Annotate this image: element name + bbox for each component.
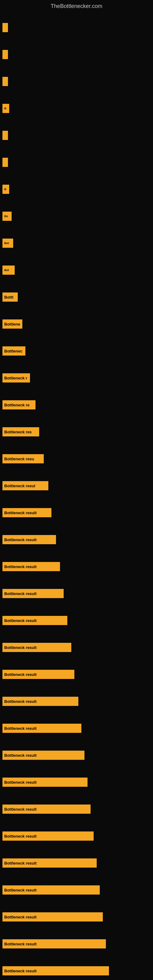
bar-label: Bottlene [2,320,22,329]
bars-container: BBBoBotBotBottlBottleneBottlenecBottlene… [0,11,153,980]
bar-row [0,41,153,68]
bar-row: B [0,176,153,203]
bar-label: B [2,185,9,194]
bar-label: Bottl [2,293,18,302]
bar-label: Bottleneck result [2,589,64,598]
bar-row: Bottleneck result [0,553,153,580]
bar-label: Bot [2,266,15,275]
bar-label: Bottleneck result [2,832,94,841]
bar-label: Bottleneck result [2,858,97,868]
bar-label: Bottleneck result [2,805,91,814]
bar-row: Bot [0,230,153,257]
bar-label: Bottleneck re [2,400,35,409]
bar-label: Bottleneck result [2,535,56,544]
bar-label: Bottleneck resul [2,481,48,490]
bar-row: B [0,95,153,122]
bar-label [2,131,8,140]
bar-label: B [2,104,9,113]
bar-row: Bottleneck result [0,877,153,904]
bar-label [2,23,8,32]
bar-row: Bottlenec [0,337,153,364]
bar-label: Bottlenec [2,346,26,356]
bar-label: Bottleneck result [2,912,103,921]
bar-row: Bottleneck r [0,364,153,391]
bar-row: Bottleneck res [0,418,153,445]
bar-label: Bottleneck result [2,885,100,894]
bar-label: Bottleneck result [2,724,81,733]
bar-row: Bottleneck result [0,607,153,634]
bar-row: Bottleneck result [0,499,153,526]
bar-label: Bottleneck result [2,643,71,652]
bar-row: Bottl [0,283,153,310]
bar-label: Bottleneck result [2,966,109,975]
bar-row: Bottlene [0,310,153,337]
bar-label: Bottleneck result [2,751,84,760]
bar-row: Bottleneck result [0,526,153,553]
bar-label: Bo [2,212,12,221]
bar-row: Bottleneck resul [0,472,153,499]
bar-row [0,14,153,41]
bar-label: Bottleneck result [2,508,51,517]
bar-row: Bottleneck result [0,769,153,795]
bar-row: Bottleneck result [0,850,153,877]
bar-label [2,77,8,86]
bar-row [0,68,153,95]
bar-row: Bottleneck result [0,957,153,980]
bar-row: Bottleneck result [0,634,153,661]
bar-row: Bottleneck result [0,742,153,769]
bar-row: Bottleneck result [0,904,153,931]
bar-row: Bot [0,257,153,283]
bar-row [0,122,153,149]
bar-label [2,158,8,167]
bar-row: Bottleneck resu [0,445,153,472]
bar-row: Bottleneck result [0,931,153,957]
bar-row: Bottleneck result [0,580,153,607]
bar-label: Bot [2,239,13,248]
bar-label: Bottleneck resu [2,454,44,463]
bar-label: Bottleneck result [2,670,74,679]
bar-row: Bottleneck re [0,391,153,418]
bar-row: Bo [0,203,153,230]
bar-row: Bottleneck result [0,822,153,850]
site-title: TheBottlenecker.com [0,0,153,11]
bar-label: Bottleneck result [2,697,78,706]
bar-label: Bottleneck res [2,427,39,436]
bar-label: Bottleneck result [2,616,67,625]
bar-row [0,149,153,176]
bar-label: Bottleneck result [2,778,88,787]
bar-row: Bottleneck result [0,795,153,822]
bar-label: Bottleneck result [2,939,106,948]
bar-row: Bottleneck result [0,661,153,688]
bar-label: Bottleneck result [2,562,60,571]
bar-label: Bottleneck r [2,373,30,382]
bar-label [2,50,8,59]
bar-row: Bottleneck result [0,715,153,742]
bar-row: Bottleneck result [0,688,153,715]
site-title-container: TheBottlenecker.com [0,0,153,11]
